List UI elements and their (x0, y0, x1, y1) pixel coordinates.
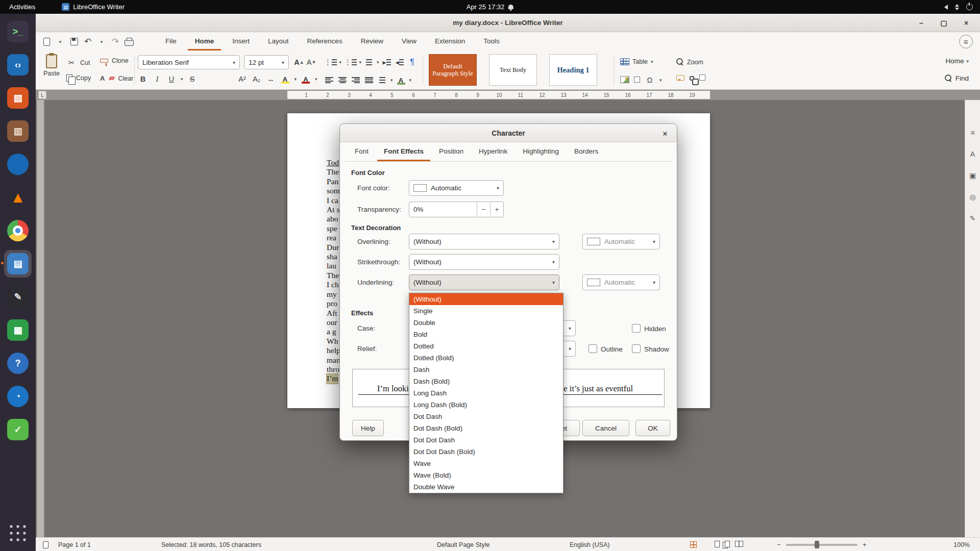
writer-icon[interactable]: ▤ (4, 250, 32, 278)
ribbon-tab[interactable]: Tools (476, 33, 507, 51)
overlining-dropdown[interactable]: (Without) ▾ (409, 234, 559, 249)
dark-app-icon[interactable]: ✎ (4, 283, 32, 311)
document-text-line[interactable]: som (327, 186, 340, 195)
green-app-icon[interactable]: ✓ (4, 416, 32, 443)
underlining-option[interactable]: Dot Dot Dash (409, 434, 563, 446)
cut-button[interactable]: ✂Cut (66, 57, 90, 68)
document-text-line[interactable]: Wh (327, 337, 338, 346)
ok-button[interactable]: OK (635, 420, 670, 436)
language-selector[interactable]: English (USA) (570, 538, 610, 551)
increase-font-size-button[interactable]: A▲ (294, 57, 304, 68)
clock-menu[interactable]: Apr 25 17:32 (467, 3, 513, 11)
document-text-line[interactable]: a g (327, 327, 336, 336)
insert-frame-button[interactable] (634, 77, 640, 84)
sidebar-deck-icon[interactable]: ◎ (969, 193, 975, 201)
dialog-tab[interactable]: Font (348, 142, 375, 161)
vlc-icon[interactable]: ▲ (4, 184, 32, 211)
swirl-app-icon[interactable]: ◔ (4, 383, 32, 410)
underlining-dropdown[interactable]: (Without) ▾ (409, 274, 559, 290)
paste-button[interactable]: Paste (40, 54, 63, 77)
formatting-marks-button[interactable]: ¶ (407, 57, 418, 68)
numbered-list-button[interactable]: ⋮ (344, 57, 357, 68)
line-spacing-dropdown[interactable]: ▾ (390, 78, 393, 83)
document-text-line[interactable]: abo (327, 214, 338, 223)
minimize-button[interactable]: – (916, 17, 927, 29)
line-spacing-button[interactable] (377, 74, 387, 86)
document-text-line[interactable]: Dur (327, 243, 339, 252)
style-text-body[interactable]: Text Body (489, 54, 537, 86)
single-page-view-button[interactable] (715, 541, 720, 549)
document-text-line[interactable]: help (327, 346, 340, 355)
underline-dropdown[interactable]: ▾ (181, 77, 183, 82)
decrease-indent-button[interactable]: ◂ (395, 57, 405, 68)
insert-image-button[interactable] (620, 76, 629, 85)
system-tray[interactable] (942, 2, 973, 12)
multi-page-view-button[interactable] (725, 541, 730, 549)
insert-comment-button[interactable] (676, 74, 684, 82)
justify-button[interactable] (364, 74, 374, 86)
zoom-button[interactable]: Zoom (676, 58, 703, 66)
help-button[interactable]: Help (352, 420, 384, 436)
dialog-tab[interactable]: Hyperlink (472, 142, 514, 161)
bold-button[interactable]: B (138, 73, 148, 85)
undo-button[interactable]: ↶ (83, 36, 92, 48)
document-text-line[interactable]: I’m (327, 374, 338, 383)
document-text-line[interactable]: I ca (327, 196, 338, 205)
sidebar-deck-icon[interactable]: A (970, 150, 975, 158)
sidebar-deck-icon[interactable]: ≡ (970, 129, 974, 137)
document-text-line[interactable]: sha (327, 252, 337, 261)
underlining-option[interactable]: Wave (409, 458, 563, 469)
zoom-in-button[interactable]: + (863, 538, 866, 551)
dialog-close-button[interactable]: × (659, 128, 671, 139)
window-titlebar[interactable]: my diary.docx - LibreOffice Writer – ▢ × (36, 14, 980, 32)
tab-stop-selector[interactable]: L (38, 91, 46, 99)
document-text-line[interactable]: The (327, 271, 339, 280)
bullet-list-button[interactable]: ⋮ (324, 57, 337, 68)
document-text-line[interactable]: The (327, 167, 339, 177)
ribbon-tab[interactable]: References (300, 33, 350, 51)
underlining-option[interactable]: Double Wave (409, 481, 563, 493)
clear-formatting-button[interactable]: AClear (100, 74, 133, 82)
document-status-ic[interactable] (43, 538, 48, 551)
blue-app-icon[interactable] (4, 151, 32, 178)
underlining-option[interactable]: Long Dash (Bold) (409, 399, 563, 411)
highlight-color-button[interactable]: A (280, 76, 290, 83)
selection-mode-indicator[interactable] (690, 538, 697, 551)
dialog-tab[interactable]: Font Effects (377, 142, 430, 161)
special-character-dropdown[interactable]: ▾ (659, 78, 662, 83)
ribbon-tab[interactable]: File (158, 33, 184, 51)
clone-formatting-button[interactable]: Clone (100, 57, 129, 64)
find-button[interactable]: Find (945, 74, 969, 82)
menubar-toggle-button[interactable]: ≡ (959, 35, 973, 48)
underlining-option[interactable]: Double (409, 317, 563, 329)
font-color-button[interactable]: A (301, 76, 311, 83)
dialog-tab[interactable]: Highlighting (516, 142, 566, 161)
ribbon-tab[interactable]: Extension (428, 33, 472, 51)
dialog-tab[interactable]: Position (432, 142, 470, 161)
subscript-button[interactable]: A₂ (252, 73, 262, 85)
font-color-dropdown[interactable]: ▾ (315, 77, 317, 82)
underlining-option[interactable]: Dotted (Bold) (409, 352, 563, 364)
help-icon[interactable]: ? (4, 349, 32, 377)
document-text-line[interactable]: At s (327, 205, 339, 214)
print-button[interactable] (125, 36, 134, 48)
new-document-button[interactable] (42, 36, 51, 48)
paragraph-background-dropdown[interactable]: ▾ (409, 78, 412, 83)
document-text-line[interactable]: rea (327, 233, 336, 242)
italic-button[interactable]: I (152, 73, 162, 85)
ribbon-tab[interactable]: Layout (261, 33, 296, 51)
increase-indent-button[interactable]: ▸ (382, 57, 392, 68)
document-text-line[interactable]: thro (327, 365, 339, 374)
font-color-dropdown-dialog[interactable]: Automatic ▾ (409, 180, 504, 196)
undo-dropdown[interactable]: ▾ (97, 36, 106, 48)
underlining-option[interactable]: Long Dash (409, 387, 563, 399)
document-text-line[interactable]: lau (327, 261, 336, 270)
copy-button[interactable]: Copy (66, 74, 91, 82)
bullet-list-dropdown[interactable]: ▾ (339, 60, 342, 65)
outline-list-button[interactable] (364, 57, 374, 68)
page-count[interactable]: Page 1 of 1 (58, 538, 91, 551)
underlining-option[interactable]: Single (409, 305, 563, 317)
document-text-line[interactable]: Tod (327, 158, 339, 167)
font-size-combobox[interactable]: 12 pt ▾ (244, 55, 289, 69)
book-view-button[interactable] (735, 541, 743, 548)
